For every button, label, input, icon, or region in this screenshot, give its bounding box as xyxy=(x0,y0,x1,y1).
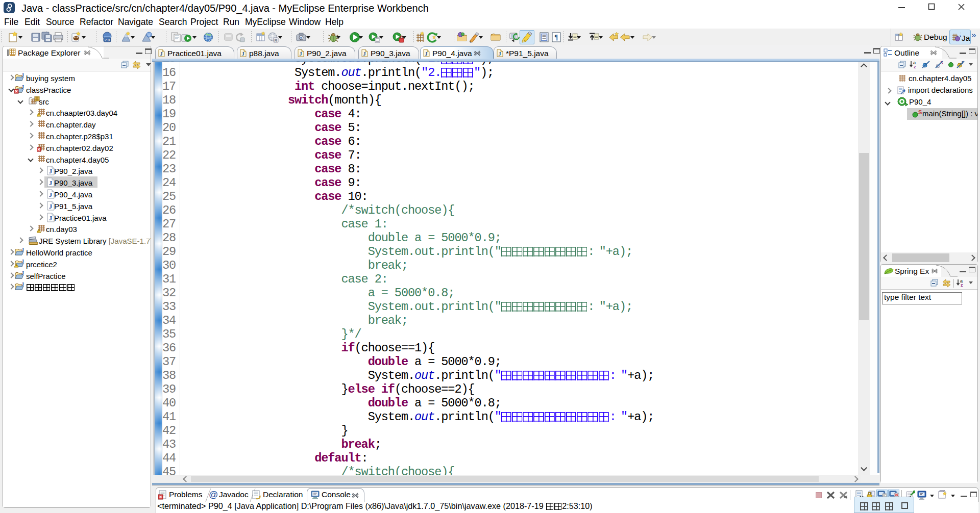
svg-text:J: J xyxy=(363,50,366,57)
svg-text:S: S xyxy=(918,110,922,115)
svg-text:J: J xyxy=(21,259,24,264)
svg-text:J: J xyxy=(960,32,961,38)
svg-text:J: J xyxy=(299,50,302,57)
svg-text:z: z xyxy=(914,64,916,69)
svg-text:¶: ¶ xyxy=(555,34,558,41)
svg-text:z: z xyxy=(961,283,963,287)
svg-text:J: J xyxy=(49,179,53,187)
svg-text:J: J xyxy=(160,50,163,57)
svg-text:J: J xyxy=(498,50,501,57)
svg-text:J: J xyxy=(241,50,244,57)
svg-text:R: R xyxy=(275,38,278,43)
svg-text:J: J xyxy=(21,271,24,276)
svg-text:J: J xyxy=(49,202,53,210)
svg-text:J: J xyxy=(21,247,24,252)
svg-text:J: J xyxy=(49,167,53,175)
svg-text:J: J xyxy=(49,214,53,222)
svg-text:J: J xyxy=(49,191,53,198)
svg-text:2.0: 2.0 xyxy=(105,38,110,42)
svg-text:J: J xyxy=(21,282,24,287)
svg-text:J: J xyxy=(21,73,24,78)
svg-text:J: J xyxy=(21,85,24,90)
svg-text:J: J xyxy=(425,50,428,57)
